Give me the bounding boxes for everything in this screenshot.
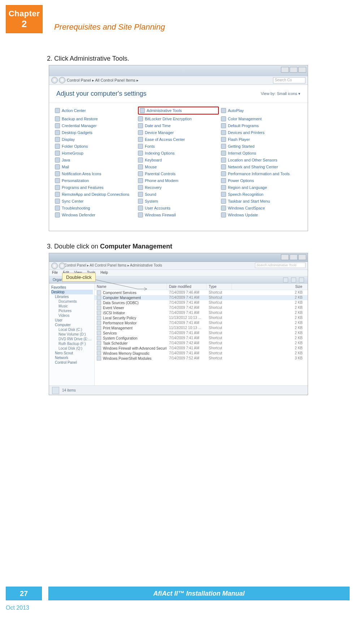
cp-item[interactable]: Java <box>55 157 136 163</box>
cp-item[interactable]: Credential Manager <box>55 123 136 128</box>
cp-item[interactable]: Desktop Gadgets <box>55 130 136 135</box>
cp-item[interactable]: Default Programs <box>221 123 302 128</box>
cp-item[interactable]: Power Options <box>221 178 302 183</box>
cp-item[interactable]: Folder Options <box>55 144 136 149</box>
breadcrumb[interactable]: ▸ Control Panel ▸ All Control Panel Item… <box>64 78 139 82</box>
cp-item[interactable]: Phone and Modem <box>138 178 219 183</box>
close-button[interactable] <box>298 254 306 260</box>
file-row[interactable]: Performance Monitor7/14/2009 7:41 AMShor… <box>95 320 308 325</box>
cp-item[interactable]: Device Manager <box>138 130 219 135</box>
cp-item[interactable]: Personalization <box>55 178 136 183</box>
cp-item[interactable]: Mail <box>55 164 136 169</box>
tree-node[interactable]: Pictures <box>51 308 93 313</box>
tree-node[interactable]: Ruth Backup (F:) <box>51 341 93 346</box>
forward-button[interactable] <box>59 263 65 269</box>
file-row[interactable]: Computer Management7/14/2009 7:41 AMShor… <box>95 295 308 300</box>
cp-item[interactable]: Mouse <box>138 164 219 169</box>
tree-node[interactable]: Music <box>51 304 93 308</box>
tree-node[interactable]: Libraries <box>51 294 93 299</box>
cp-item[interactable]: Windows Defender <box>55 212 136 217</box>
cp-item[interactable]: Sync Center <box>55 199 136 204</box>
preview-pane-icon[interactable] <box>291 277 296 282</box>
cp-item[interactable]: Action Center <box>55 107 136 115</box>
cp-item[interactable]: Troubleshooting <box>55 206 136 211</box>
back-button[interactable] <box>51 263 58 269</box>
tree-node[interactable]: Documents <box>51 299 93 304</box>
tree-node[interactable]: New Volume (D:) <box>51 332 93 337</box>
cp-item[interactable]: Taskbar and Start Menu <box>221 199 302 204</box>
cp-item[interactable]: Windows Update <box>221 212 302 217</box>
back-button[interactable] <box>51 77 58 83</box>
nav-tree[interactable]: FavoritesDesktopLibrariesDocumentsMusicP… <box>49 284 95 385</box>
cp-item[interactable]: Notification Area Icons <box>55 171 136 176</box>
tree-node[interactable]: Network <box>51 355 93 360</box>
cp-item[interactable]: Keyboard <box>138 157 219 163</box>
file-row[interactable]: iSCSI Initiator7/14/2009 7:41 AMShortcut… <box>95 310 308 315</box>
tree-node[interactable]: Computer <box>51 323 93 327</box>
cp-item[interactable]: Speech Recognition <box>221 192 302 197</box>
cp-item[interactable]: Getting Started <box>221 144 302 149</box>
file-row[interactable]: Services7/14/2009 7:41 AMShortcut2 KB <box>95 331 308 336</box>
forward-button[interactable] <box>59 77 65 83</box>
menu-item[interactable]: File <box>52 271 58 275</box>
file-row[interactable]: Windows Memory Diagnostic7/14/2009 7:41 … <box>95 351 308 356</box>
column-headers[interactable]: Name Date modified Type Size <box>95 284 308 290</box>
cp-item[interactable]: Administrative Tools <box>138 107 219 115</box>
tree-node[interactable]: Videos <box>51 313 93 318</box>
tree-node[interactable]: DVD RW Drive (E:) New <box>51 337 93 341</box>
cp-item[interactable]: System <box>138 199 219 204</box>
cp-item[interactable]: Sound <box>138 192 219 197</box>
col-type[interactable]: Type <box>207 284 232 290</box>
breadcrumb[interactable]: ▸ Control Panel ▸ All Control Panel Item… <box>61 263 162 267</box>
search-input[interactable]: Search Co <box>273 77 306 83</box>
help-icon[interactable] <box>299 277 304 282</box>
cp-item[interactable]: Indexing Options <box>138 151 219 156</box>
minimize-button[interactable] <box>281 67 289 73</box>
cp-item[interactable]: Region and Language <box>221 185 302 190</box>
tree-node[interactable]: Control Panel <box>51 360 93 365</box>
cp-item[interactable]: Recovery <box>138 185 219 190</box>
menu-item[interactable]: Help <box>100 271 108 275</box>
cp-item[interactable]: Flash Player <box>221 137 302 142</box>
cp-item[interactable]: User Accounts <box>138 206 219 211</box>
file-row[interactable]: Local Security Policy11/13/2012 10:13 ..… <box>95 315 308 320</box>
close-button[interactable] <box>298 67 306 73</box>
view-by-selector[interactable]: View by: Small icons ▾ <box>261 91 300 96</box>
address-bar[interactable]: ▸ Control Panel ▸ All Control Panel Item… <box>49 262 308 270</box>
cp-item[interactable]: Network and Sharing Center <box>221 164 302 169</box>
maximize-button[interactable] <box>290 67 298 73</box>
tree-node[interactable]: Desktop <box>51 290 93 294</box>
tree-node[interactable]: User <box>51 318 93 323</box>
file-row[interactable]: Windows PowerShell Modules7/14/2009 7:52… <box>95 356 308 361</box>
cp-item[interactable]: HomeGroup <box>55 151 136 156</box>
cp-item[interactable]: Date and Time <box>138 123 219 128</box>
cp-item[interactable]: Ease of Access Center <box>138 137 219 142</box>
file-row[interactable]: Data Sources (ODBC)7/14/2009 7:41 AMShor… <box>95 300 308 305</box>
file-row[interactable]: System Configuration7/14/2009 7:41 AMSho… <box>95 336 308 341</box>
file-row[interactable]: Print Management11/13/2012 10:13 ...Shor… <box>95 325 308 331</box>
cp-item[interactable]: Parental Controls <box>138 171 219 176</box>
cp-item[interactable]: Display <box>55 137 136 142</box>
col-size[interactable]: Size <box>232 284 308 290</box>
col-name[interactable]: Name <box>95 284 167 290</box>
search-input[interactable]: Search Administrative Tools <box>255 263 306 268</box>
cp-item[interactable]: RemoteApp and Desktop Connections <box>55 192 136 197</box>
minimize-button[interactable] <box>281 254 289 260</box>
cp-item[interactable]: Location and Other Sensors <box>221 157 302 163</box>
cp-item[interactable]: Devices and Printers <box>221 130 302 135</box>
cp-item[interactable]: BitLocker Drive Encryption <box>138 116 219 121</box>
address-bar[interactable]: ▸ Control Panel ▸ All Control Panel Item… <box>49 76 308 85</box>
file-row[interactable]: Task Scheduler7/14/2009 7:42 AMShortcut2… <box>95 341 308 346</box>
tree-node[interactable]: Local Disk (Q:) <box>51 346 93 351</box>
tree-node[interactable]: Nero Scout <box>51 351 93 355</box>
cp-item[interactable]: Programs and Features <box>55 185 136 190</box>
cp-item[interactable]: Internet Options <box>221 151 302 156</box>
tree-node[interactable]: Favorites <box>51 285 93 290</box>
cp-item[interactable]: AutoPlay <box>221 107 302 115</box>
cp-item[interactable]: Color Management <box>221 116 302 121</box>
cp-item[interactable]: Windows CardSpace <box>221 206 302 211</box>
cp-item[interactable]: Fonts <box>138 144 219 149</box>
file-row[interactable]: Event Viewer7/14/2009 7:42 AMShortcut2 K… <box>95 305 308 310</box>
cp-item[interactable]: Windows Firewall <box>138 212 219 217</box>
cp-item[interactable]: Performance Information and Tools <box>221 171 302 176</box>
